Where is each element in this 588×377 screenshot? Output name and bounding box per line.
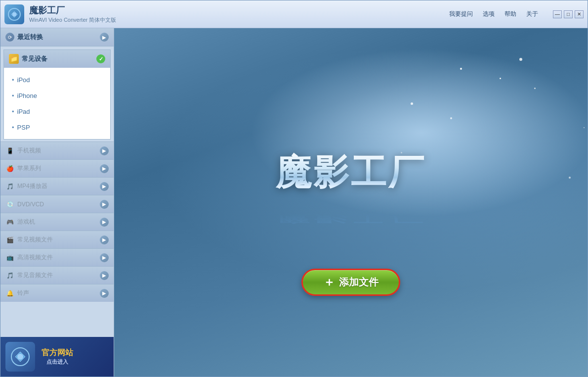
devices-check-icon: ✓ [96, 54, 105, 63]
sidebar-item-psp[interactable]: PSP [4, 119, 110, 135]
sidebar-item-mp4[interactable]: 🎵 MP4播放器 ▶ [0, 177, 114, 195]
audio-icon: 🎵 [5, 271, 14, 280]
main-app-title: 魔影工厂 [276, 149, 426, 196]
hd-video-icon: 📺 [5, 253, 14, 262]
official-banner-title: 官方网站 [42, 348, 73, 358]
ringtone-arrow: ▶ [100, 289, 109, 298]
mp4-icon: 🎵 [5, 182, 14, 191]
devices-label: 常见设备 [22, 54, 47, 63]
title-bar: 魔影工厂 WinAVI Video Converter 简体中文版 我要提问 选… [0, 0, 588, 28]
recent-icon: ⟳ [5, 33, 14, 42]
main-area: 魔影工厂 魔影工厂 ＋ 添加文件 [114, 28, 588, 377]
sidebar-item-game[interactable]: 🎮 游戏机 ▶ [0, 213, 114, 231]
sidebar-expanded-devices-header[interactable]: 📁 常见设备 ✓ [4, 50, 110, 68]
minimize-button[interactable]: — [553, 10, 562, 18]
game-arrow: ▶ [100, 218, 109, 227]
add-file-button[interactable]: ＋ 添加文件 [301, 269, 400, 296]
official-banner-subtitle: 点击进入 [46, 358, 68, 366]
official-website-banner[interactable]: 官方网站 点击进入 [0, 337, 114, 377]
recent-label: 最近转换 [17, 33, 43, 42]
sparkle-6 [450, 117, 452, 119]
ringtone-icon: 🔔 [5, 289, 14, 298]
audio-arrow: ▶ [100, 271, 109, 280]
add-file-label: 添加文件 [339, 276, 378, 289]
dvd-arrow: ▶ [100, 200, 109, 209]
common-video-arrow: ▶ [100, 236, 109, 244]
sparkle-3 [411, 102, 413, 105]
devices-folder-icon: 📁 [9, 54, 19, 64]
sparkle-5 [500, 78, 501, 79]
game-icon: 🎮 [5, 218, 14, 227]
dvd-icon: 💿 [5, 200, 14, 209]
sidebar-expanded-devices: 📁 常见设备 ✓ iPod iPhone iPad [3, 49, 111, 140]
sidebar: ⟳ 最近转换 ▶ 📁 常见设备 ✓ [0, 28, 114, 377]
title-right: 我要提问 选项 帮助 关于 — □ ✕ [449, 10, 584, 18]
hd-video-arrow: ▶ [100, 253, 109, 262]
title-text: 魔影工厂 WinAVI Video Converter 简体中文版 [29, 4, 116, 24]
devices-list: iPod iPhone iPad PSP [4, 68, 110, 139]
light-rays-decoration [114, 28, 588, 377]
sidebar-item-ipad[interactable]: iPad [4, 103, 110, 119]
sparkle-1 [460, 68, 462, 70]
window-controls: — □ ✕ [553, 10, 584, 18]
sidebar-section-devices: 📁 常见设备 ✓ iPod iPhone iPad [0, 47, 114, 141]
menu-item-about[interactable]: 关于 [526, 10, 538, 18]
menu-item-help-question[interactable]: 我要提问 [449, 10, 473, 18]
close-button[interactable]: ✕ [575, 10, 584, 18]
sidebar-item-apple-series[interactable]: 🍎 苹果系列 ▶ [0, 159, 114, 177]
title-left: 魔影工厂 WinAVI Video Converter 简体中文版 [4, 4, 116, 24]
app-title: 魔影工厂 [29, 4, 116, 16]
svg-point-1 [12, 12, 16, 16]
mobile-video-icon: 📱 [5, 146, 14, 155]
app-window: 魔影工厂 WinAVI Video Converter 简体中文版 我要提问 选… [0, 0, 588, 377]
sidebar-item-mobile-video[interactable]: 📱 手机视频 ▶ [0, 141, 114, 159]
apple-series-icon: 🍎 [5, 164, 14, 173]
sparkle-2 [534, 88, 536, 89]
app-subtitle: WinAVI Video Converter 简体中文版 [29, 16, 116, 24]
sidebar-item-ipod[interactable]: iPod [4, 72, 110, 88]
sidebar-bottom: 📱 手机视频 ▶ 🍎 苹果系列 ▶ 🎵 MP4播放器 [0, 141, 114, 377]
sparkle-4 [584, 127, 585, 128]
sidebar-item-hd-video[interactable]: 📺 高清视频文件 ▶ [0, 248, 114, 266]
plus-icon: ＋ [323, 274, 335, 290]
menu-item-help[interactable]: 帮助 [504, 10, 516, 18]
content-area: ⟳ 最近转换 ▶ 📁 常见设备 ✓ [0, 28, 588, 377]
mp4-arrow: ▶ [100, 182, 109, 191]
recent-arrow: ▶ [100, 33, 109, 42]
sidebar-item-audio[interactable]: 🎵 常见音频文件 ▶ [0, 266, 114, 284]
sidebar-item-iphone[interactable]: iPhone [4, 88, 110, 103]
main-app-title-reflection: 魔影工厂 [276, 211, 426, 225]
sparkle-9 [569, 177, 571, 179]
banner-icon [5, 342, 35, 372]
app-icon [4, 4, 24, 24]
sidebar-item-common-video[interactable]: 🎬 常见视频文件 ▶ [0, 231, 114, 248]
sidebar-item-ringtone[interactable]: 🔔 铃声 ▶ [0, 284, 114, 302]
menu-item-options[interactable]: 选项 [483, 10, 495, 18]
sidebar-item-dvd[interactable]: 💿 DVD/VCD ▶ [0, 195, 114, 213]
sparkle-7 [519, 58, 522, 61]
maximize-button[interactable]: □ [564, 10, 573, 18]
common-video-icon: 🎬 [5, 236, 14, 244]
svg-point-3 [17, 354, 23, 360]
official-banner-content: 官方网站 点击进入 [42, 348, 73, 366]
sidebar-header-recent[interactable]: ⟳ 最近转换 ▶ [0, 28, 114, 46]
mobile-video-arrow: ▶ [100, 146, 109, 155]
sidebar-section-recent: ⟳ 最近转换 ▶ [0, 28, 114, 47]
apple-series-arrow: ▶ [100, 164, 109, 173]
